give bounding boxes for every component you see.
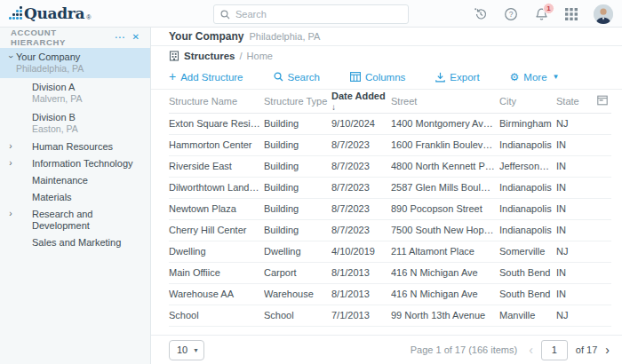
page-size-select[interactable]: 10 ▼	[169, 340, 204, 360]
cell-city: Jeffersonville	[499, 155, 556, 177]
table-row[interactable]: Dilworthtown Landing Building 8/7/2023 2…	[169, 177, 611, 198]
cell-street: 1400 Montgomery Avenue	[391, 113, 499, 134]
apps-grid-icon[interactable]	[563, 6, 579, 22]
table-row[interactable]: Exton Square Residences Building 9/10/20…	[169, 113, 611, 134]
tree-item-label: Division B	[32, 112, 78, 123]
cell-city: South Bend	[499, 283, 556, 305]
cell-state: NJ	[556, 241, 592, 262]
table-row[interactable]: Warehouse AA Warehouse 8/1/2013 416 N Mi…	[169, 283, 611, 305]
tree-item-label: Your Company	[16, 51, 84, 63]
cell-structure-name: Riverside East	[169, 155, 264, 177]
cell-structure-name: Newtown Plaza	[169, 198, 264, 219]
cell-date-added: 8/7/2023	[331, 219, 391, 241]
cell-state: IN	[556, 177, 592, 198]
hierarchy-tree-item[interactable]: › Research and Development	[0, 206, 150, 234]
columns-button[interactable]: Columns	[350, 72, 405, 83]
cell-date-added: 8/1/2013	[331, 262, 391, 283]
column-header-structure-type[interactable]: Structure Type	[264, 90, 331, 113]
table-row[interactable]: Hammorton Center Building 8/7/2023 1600 …	[169, 134, 611, 155]
tree-item-label: Research and Development	[32, 209, 145, 232]
cell-city: South Bend	[499, 262, 556, 283]
hierarchy-tree-item[interactable]: › Your Company Philadelphia, PA	[0, 48, 150, 78]
more-button[interactable]: ⚙ More ▼	[510, 72, 560, 83]
cell-street: 416 N Michigan Ave	[391, 262, 499, 283]
search-icon	[220, 10, 230, 20]
hierarchy-tree-item[interactable]: Maintenance	[0, 172, 150, 189]
table-row[interactable]: Riverside East Building 8/7/2023 4800 No…	[169, 155, 611, 177]
column-header-city[interactable]: City	[499, 90, 556, 113]
table-row[interactable]: Dwelling Dwelling 4/10/2019 211 Altamont…	[169, 241, 611, 262]
table-row[interactable]: Cherry Hill Center Building 8/7/2023 750…	[169, 219, 611, 241]
cell-structure-name: Cherry Hill Center	[169, 219, 264, 241]
hierarchy-tree: › Your Company Philadelphia, PA Division…	[0, 48, 150, 251]
company-header: Your Company Philadelphia, PA	[151, 28, 622, 46]
structures-grid: Structure Name Structure Type Date Added…	[151, 89, 622, 335]
cell-date-added: 8/7/2023	[331, 177, 391, 198]
add-structure-button[interactable]: + Add Structure	[169, 72, 243, 83]
chevron-icon[interactable]: ›	[5, 51, 16, 62]
column-header-date-added[interactable]: Date Added ↓	[331, 90, 391, 113]
column-header-state[interactable]: State	[556, 90, 592, 113]
company-location: Philadelphia, PA	[249, 31, 320, 42]
cell-city: Indianapolis	[499, 134, 556, 155]
cell-state: IN	[556, 219, 592, 241]
panel-more-icon[interactable]: ⋯	[111, 32, 129, 43]
user-avatar[interactable]	[594, 4, 613, 24]
search-button[interactable]: Search	[274, 72, 320, 83]
search-input[interactable]	[235, 9, 402, 20]
previous-page-icon[interactable]: ‹	[529, 344, 533, 356]
hierarchy-tree-item[interactable]: Division A Malvern, PA	[0, 78, 150, 108]
chevron-icon[interactable]: ›	[5, 141, 16, 152]
account-hierarchy-panel: ACCOUNT HIERARCHY ⋯ ✕ › Your Company Phi…	[0, 28, 151, 364]
notification-badge: 1	[543, 3, 554, 14]
tree-item-location: Malvern, PA	[32, 93, 82, 105]
quadra-logo[interactable]: Quadra ®	[9, 4, 91, 22]
tree-item-label: Sales and Marketing	[32, 237, 121, 249]
chevron-icon[interactable]: ›	[5, 209, 16, 219]
history-icon[interactable]	[473, 6, 489, 22]
cell-structure-type: Carport	[264, 262, 331, 283]
hierarchy-tree-item[interactable]: Division B Easton, PA	[0, 108, 150, 138]
cell-structure-name: Dilworthtown Landing	[169, 177, 264, 198]
column-chooser-icon[interactable]	[597, 95, 608, 106]
tree-item-label: Maintenance	[32, 175, 88, 186]
page-count-label: of 17	[576, 344, 597, 355]
cell-city: Birmingham	[499, 113, 556, 134]
top-bar: Quadra ® ? 1	[0, 0, 622, 28]
panel-close-icon[interactable]: ✕	[129, 33, 143, 42]
page-number-input[interactable]	[541, 340, 568, 360]
breadcrumb-section[interactable]: Structures	[184, 51, 235, 61]
next-page-icon[interactable]: ›	[605, 344, 610, 356]
cell-date-added: 8/7/2023	[331, 198, 391, 219]
hierarchy-tree-item[interactable]: › Human Resources	[0, 138, 150, 155]
table-row[interactable]: Newtown Plaza Building 8/7/2023 890 Poco…	[169, 198, 611, 219]
help-icon[interactable]: ?	[503, 6, 519, 22]
logo-registered-mark: ®	[86, 13, 91, 22]
structures-icon	[169, 51, 179, 61]
cell-structure-type: Building	[264, 219, 331, 241]
chevron-icon[interactable]: ›	[5, 158, 16, 169]
tree-item-location: Philadelphia, PA	[16, 63, 84, 75]
cell-structure-type: Building	[264, 113, 331, 134]
column-header-structure-name[interactable]: Structure Name	[169, 90, 264, 113]
cell-street: 4800 North Kennett Pike	[391, 155, 499, 177]
tree-item-label: Information Technology	[32, 158, 133, 170]
cell-street: 99 North 13th Avenue	[391, 305, 499, 326]
table-row[interactable]: Main Offiice Carport 8/1/2013 416 N Mich…	[169, 262, 611, 283]
search-icon	[274, 72, 283, 82]
column-header-street[interactable]: Street	[391, 90, 499, 113]
cell-structure-name: Dwelling	[169, 241, 264, 262]
hierarchy-tree-item[interactable]: Materials	[0, 189, 150, 206]
bell-icon[interactable]: 1	[533, 6, 549, 22]
global-search[interactable]	[213, 4, 409, 24]
hierarchy-tree-item[interactable]: Sales and Marketing	[0, 234, 150, 251]
logo-dots-icon	[9, 6, 22, 22]
export-button[interactable]: Export	[435, 72, 479, 83]
table-row[interactable]: School School 7/1/2013 99 North 13th Ave…	[169, 305, 611, 326]
cell-date-added: 9/10/2024	[331, 113, 391, 134]
hierarchy-tree-item[interactable]: › Information Technology	[0, 155, 150, 172]
breadcrumb-page[interactable]: Home	[247, 51, 273, 61]
tree-item-label: Human Resources	[32, 141, 113, 153]
logo-text: Quadra	[24, 4, 84, 22]
cell-city: Indianapolis	[499, 177, 556, 198]
